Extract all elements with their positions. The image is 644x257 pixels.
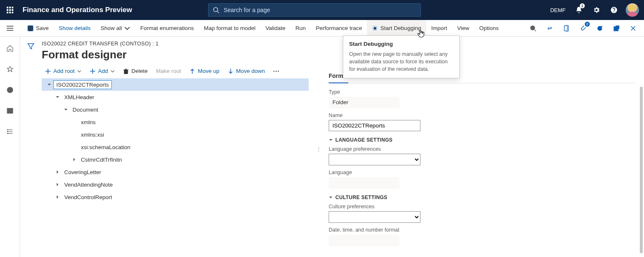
link-icon[interactable] [543, 22, 556, 35]
caret-open-icon[interactable] [45, 82, 53, 87]
svg-point-9 [214, 7, 218, 12]
svg-rect-0 [7, 7, 8, 8]
svg-rect-13 [7, 30, 13, 31]
search-box[interactable] [208, 3, 421, 17]
caret-down-icon [329, 138, 333, 142]
type-value: Folder [329, 97, 400, 108]
user-avatar[interactable] [626, 3, 639, 17]
tree-node-label: xmlns [78, 118, 98, 126]
svg-rect-12 [7, 28, 13, 29]
tree-node[interactable]: xmlns [42, 116, 309, 128]
format-tree[interactable]: ISO20022CTReportsXMLHeaderDocumentxmlnsx… [42, 78, 309, 203]
caret-open-icon[interactable] [53, 95, 62, 99]
svg-point-17 [374, 27, 376, 29]
start-debugging-button[interactable]: Start Debugging [367, 20, 426, 37]
validate-button[interactable]: Validate [260, 20, 290, 37]
notifications-icon[interactable]: 1 [571, 0, 587, 20]
svg-point-30 [7, 130, 8, 130]
search-icon [213, 7, 219, 13]
refresh-icon[interactable] [593, 22, 606, 35]
settings-icon[interactable] [588, 0, 605, 20]
tree-node[interactable]: VendAttendingNote [42, 178, 309, 191]
more-icon[interactable] [270, 67, 282, 76]
culture-preferences-label: Culture preferences [329, 204, 479, 210]
tree-node[interactable]: CoveringLetter [42, 166, 309, 178]
language-settings-header[interactable]: LANGUAGE SETTINGS [329, 137, 479, 143]
rail-workspaces-icon[interactable] [3, 103, 18, 118]
svg-rect-15 [29, 25, 32, 27]
nav-hamburger-icon[interactable] [0, 20, 20, 37]
caret-closed-icon[interactable] [53, 195, 62, 199]
tree-node[interactable]: Document [42, 103, 309, 116]
tree-node[interactable]: VendControlReport [42, 191, 309, 203]
rail-recent-icon[interactable] [3, 82, 18, 97]
map-format-to-model-button[interactable]: Map format to model [199, 20, 261, 37]
caret-closed-icon[interactable] [53, 170, 62, 174]
filter-icon[interactable] [27, 42, 35, 257]
show-details-button[interactable]: Show details [54, 20, 96, 37]
performance-trace-button[interactable]: Performance trace [311, 20, 367, 37]
type-label: Type [329, 89, 479, 95]
svg-rect-16 [29, 28, 32, 30]
tree-node-label: Document [70, 106, 101, 114]
view-button[interactable]: View [452, 20, 474, 37]
tree-node[interactable]: xsi:schemaLocation [42, 141, 309, 153]
notifications-badge: 1 [580, 3, 585, 8]
date-format-label: Date, time, and number format [329, 227, 479, 233]
vertical-scrollbar[interactable] [638, 37, 644, 257]
chevron-down-icon [77, 69, 81, 73]
gear-small-icon [372, 25, 378, 31]
tree-node[interactable]: xmlns:xsi [42, 128, 309, 141]
svg-point-32 [7, 133, 8, 134]
move-up-button[interactable]: Move up [186, 66, 223, 76]
rail-favorites-icon[interactable] [3, 62, 18, 77]
svg-rect-3 [7, 9, 8, 11]
rail-home-icon[interactable] [3, 41, 18, 56]
tree-node[interactable]: CstmrCdtTrfInitn [42, 153, 309, 166]
svg-point-36 [278, 70, 279, 71]
move-down-button[interactable]: Move down [224, 66, 268, 76]
attachments-icon[interactable]: 0 [576, 22, 590, 35]
name-input[interactable] [329, 120, 420, 131]
name-label: Name [329, 112, 479, 118]
tree-node-label: VendAttendingNote [62, 181, 115, 189]
office-icon[interactable] [560, 22, 573, 35]
culture-settings-header[interactable]: CULTURE SETTINGS [329, 195, 479, 200]
run-button[interactable]: Run [290, 20, 311, 37]
svg-point-35 [276, 70, 277, 71]
close-icon[interactable] [626, 22, 640, 35]
pane-splitter[interactable]: ⋮ [317, 41, 320, 257]
save-button[interactable]: Save [23, 20, 54, 37]
tree-node[interactable]: ISO20022CTReports [42, 78, 309, 91]
popout-icon[interactable] [610, 22, 623, 35]
import-button[interactable]: Import [426, 20, 452, 37]
add-root-button[interactable]: Add root [42, 66, 85, 76]
breadcrumb: ISO20022 CREDIT TRANSFER (CONTOSO) : 1 [42, 41, 309, 47]
culture-preferences-select[interactable] [329, 211, 420, 223]
find-icon[interactable] [526, 22, 540, 35]
caret-closed-icon[interactable] [70, 157, 78, 162]
rail-modules-icon[interactable] [3, 124, 18, 139]
svg-rect-2 [12, 7, 13, 8]
language-value [329, 177, 400, 189]
tree-node[interactable]: XMLHeader [42, 91, 309, 103]
language-preferences-select[interactable] [329, 154, 420, 165]
svg-rect-33 [124, 70, 128, 74]
tree-node-label: xsi:schemaLocation [78, 143, 133, 151]
caret-down-icon [329, 195, 333, 200]
caret-open-icon[interactable] [62, 107, 70, 112]
help-icon[interactable] [606, 0, 622, 20]
company-code[interactable]: DEMF [546, 7, 570, 13]
caret-closed-icon[interactable] [53, 182, 62, 187]
svg-rect-8 [12, 12, 13, 13]
page-title: Format designer [42, 48, 309, 61]
search-input[interactable] [223, 6, 416, 14]
options-button[interactable]: Options [474, 20, 504, 37]
format-enumerations-button[interactable]: Format enumerations [135, 20, 199, 37]
svg-rect-5 [12, 9, 13, 11]
svg-rect-7 [9, 12, 11, 13]
delete-button[interactable]: Delete [120, 66, 151, 76]
show-all-button[interactable]: Show all [96, 20, 135, 37]
add-button[interactable]: Add [86, 66, 118, 76]
app-launcher-icon[interactable] [0, 0, 20, 20]
